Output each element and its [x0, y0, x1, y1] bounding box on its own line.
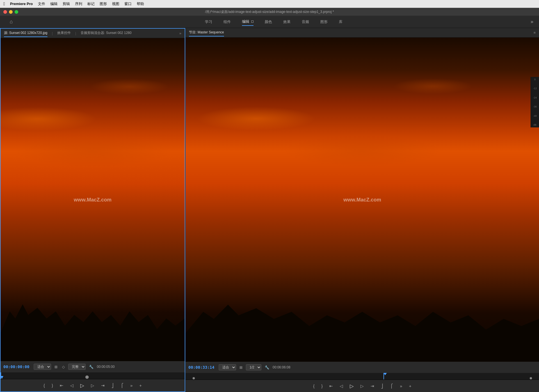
- menu-view[interactable]: 视图: [112, 1, 119, 6]
- home-button[interactable]: ⌂: [6, 19, 17, 25]
- program-monitor-panel: 节目: Master Sequence ≡ www.MacZ.com 00:00…: [185, 28, 539, 392]
- tab-audio-mixer[interactable]: 音频剪辑混合器: Sunset 002 1280: [81, 29, 131, 37]
- program-fit-frame-btn[interactable]: ⊞: [238, 365, 244, 370]
- source-position-marker[interactable]: [85, 375, 89, 379]
- source-fit-dropdown[interactable]: 适合: [34, 364, 51, 370]
- program-timecode[interactable]: 00:00:33:14: [188, 365, 216, 370]
- source-video-preview: www.MacZ.com: [1, 38, 185, 361]
- prog-lift-btn[interactable]: ⎦: [379, 382, 385, 390]
- tab-effects-ctrl[interactable]: 效果控件: [57, 29, 71, 37]
- source-marker-btn[interactable]: ◇: [61, 364, 66, 370]
- source-timecode[interactable]: 00:00:00:00: [3, 365, 31, 369]
- vol-0: 0: [534, 78, 536, 81]
- menu-graphics[interactable]: 图形: [100, 1, 107, 6]
- title-bar: /用户/mac/桌面/add-image-text-adjust-size/ad…: [0, 8, 539, 16]
- nav-more[interactable]: »: [531, 19, 533, 25]
- main-layout: 源: Sunset 002 1280x720.jpg | 效果控件 | 音频剪辑…: [0, 28, 539, 392]
- minimize-button[interactable]: [9, 10, 13, 14]
- menu-help[interactable]: 帮助: [137, 1, 144, 6]
- program-transport: { } ⇤ ◁ ▷ ▷ ⇥ ⎦ ⎧ » +: [186, 380, 539, 392]
- nav-components[interactable]: 组件: [223, 18, 231, 26]
- program-controls: 00:00:33:14 适合 ⊞ 1/2 🔧 00:06:06:08: [186, 362, 539, 373]
- menu-sequence[interactable]: 序列: [75, 1, 82, 6]
- step-fwd-btn[interactable]: ▷: [89, 382, 96, 389]
- tab-source[interactable]: 源: Sunset 002 1280x720.jpg: [4, 29, 47, 37]
- mark-in-btn[interactable]: {: [42, 382, 47, 389]
- go-out-btn[interactable]: ⇥: [99, 382, 106, 389]
- source-quality-dropdown[interactable]: 完整: [68, 364, 86, 370]
- play-btn[interactable]: ▷: [79, 381, 86, 390]
- nav-effects[interactable]: 效果: [283, 18, 291, 26]
- close-button[interactable]: [3, 10, 7, 14]
- source-timecode2: 00:00:05:00: [97, 365, 115, 369]
- mac-menubar:  Premiere Pro 文件 编辑 剪辑 序列 标记 图形 视图 窗口 帮…: [0, 0, 539, 8]
- program-video-preview: www.MacZ.com: [186, 38, 539, 362]
- prog-mark-in-btn[interactable]: {: [311, 382, 316, 389]
- mark-out-btn[interactable]: }: [50, 382, 55, 389]
- tab-program[interactable]: 节目: Master Sequence: [189, 29, 224, 36]
- program-duration: 00:06:06:08: [273, 365, 290, 369]
- nav-color[interactable]: 颜色: [265, 18, 272, 26]
- nav-learn[interactable]: 学习: [205, 18, 212, 26]
- source-transport: { } ⇤ ◁ ▷ ▷ ⇥ ⎦ ⎧ » +: [1, 379, 185, 391]
- program-panel-header: 节目: Master Sequence ≡: [186, 28, 539, 38]
- menu-marker[interactable]: 标记: [87, 1, 95, 6]
- vol-48: -48: [533, 114, 537, 117]
- panel-menu-icon[interactable]: »: [179, 31, 181, 35]
- program-menu-icon[interactable]: ≡: [533, 31, 536, 35]
- prog-go-out-btn[interactable]: ⇥: [369, 382, 376, 390]
- top-nav: ⌂ 学习 组件 编辑 颜色 效果 音频 图形 库 »: [0, 16, 539, 28]
- source-controls: 00:00:00:00 适合 ⊞ ◇ 完整 🔧 00:00:05:00: [1, 361, 185, 372]
- volume-scale: 0 -12 -24 -36 -48 dB: [531, 77, 539, 127]
- app-name[interactable]: Premiere Pro: [10, 2, 33, 6]
- prog-extract-btn[interactable]: ⎧: [388, 382, 395, 390]
- prog-mark-out-btn[interactable]: }: [319, 382, 324, 389]
- source-monitor-panel: 源: Sunset 002 1280x720.jpg | 效果控件 | 音频剪辑…: [0, 28, 185, 392]
- source-wrench-btn[interactable]: 🔧: [88, 364, 95, 370]
- vol-db: dB: [533, 123, 536, 126]
- program-video-frame: www.MacZ.com: [186, 38, 539, 362]
- overwrite-btn[interactable]: ⎧: [119, 382, 125, 389]
- program-fit-dropdown[interactable]: 适合: [219, 364, 236, 370]
- program-quality-dropdown[interactable]: 1/2: [246, 364, 261, 370]
- go-in-btn[interactable]: ⇤: [58, 382, 65, 389]
- source-scrub-bar[interactable]: [1, 372, 185, 379]
- menu-window[interactable]: 窗口: [124, 1, 132, 6]
- prog-pos-left[interactable]: [193, 377, 195, 379]
- program-scrub-marker[interactable]: [383, 373, 387, 375]
- vol-24: -24: [533, 96, 537, 99]
- nav-graphics[interactable]: 图形: [320, 18, 328, 26]
- program-wrench-btn[interactable]: 🔧: [264, 365, 270, 370]
- insert-btn[interactable]: ⎦: [110, 382, 115, 389]
- menu-edit[interactable]: 编辑: [50, 1, 58, 6]
- traffic-lights: [3, 10, 18, 14]
- menu-clip[interactable]: 剪辑: [63, 1, 70, 6]
- vol-12: -12: [533, 87, 537, 90]
- source-video-frame: www.MacZ.com: [1, 38, 185, 361]
- step-back-btn[interactable]: ◁: [68, 382, 75, 389]
- prog-step-back-btn[interactable]: ◁: [338, 382, 345, 390]
- prog-play-btn[interactable]: ▷: [348, 382, 355, 390]
- vol-36: -36: [533, 105, 537, 108]
- nav-audio[interactable]: 音频: [302, 18, 309, 26]
- source-scrub-indicator: [1, 372, 1, 379]
- menu-file[interactable]: 文件: [38, 1, 45, 6]
- more-controls[interactable]: »: [129, 382, 134, 389]
- nav-library[interactable]: 库: [339, 18, 342, 26]
- nav-edit[interactable]: 编辑: [242, 18, 253, 26]
- window-title: /用户/mac/桌面/add-image-text-adjust-size/ad…: [205, 10, 334, 14]
- apple-menu[interactable]: : [3, 1, 5, 6]
- fullscreen-button[interactable]: [15, 10, 18, 14]
- prog-more-controls[interactable]: »: [398, 382, 404, 389]
- source-panel-header: 源: Sunset 002 1280x720.jpg | 效果控件 | 音频剪辑…: [1, 29, 185, 38]
- program-scrub-bar[interactable]: [186, 373, 539, 380]
- prog-go-in-btn[interactable]: ⇤: [328, 382, 335, 390]
- source-fit-frame-btn[interactable]: ⊞: [53, 364, 59, 370]
- prog-step-fwd-btn[interactable]: ▷: [359, 382, 366, 390]
- prog-add-btn[interactable]: +: [407, 382, 413, 389]
- nav-items: 学习 组件 编辑 颜色 效果 音频 图形 库: [17, 18, 531, 26]
- prog-pos-right[interactable]: [530, 377, 532, 379]
- add-btn[interactable]: +: [138, 382, 143, 389]
